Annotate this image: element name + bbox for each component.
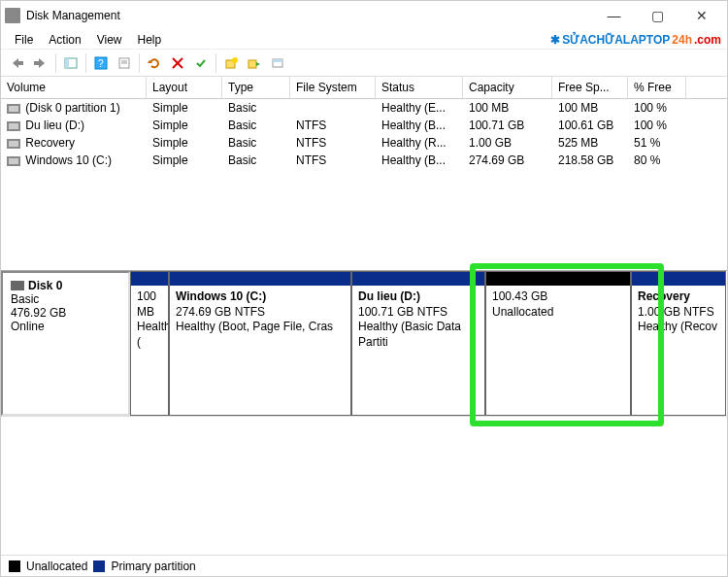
cell-volume: Du lieu (D:) — [1, 118, 147, 133]
cell-status: Healthy (R... — [376, 135, 463, 151]
titlebar: Disk Management — ▢ ✕ — [1, 1, 727, 30]
svg-text:?: ? — [98, 58, 104, 69]
cell-type: Basic — [222, 100, 290, 116]
toolbar: ? — [1, 50, 727, 77]
table-row[interactable]: (Disk 0 partition 1)SimpleBasicHealthy (… — [1, 99, 727, 117]
help-button[interactable]: ? — [90, 52, 112, 74]
table-row[interactable]: RecoverySimpleBasicNTFSHealthy (R...1.00… — [1, 134, 727, 152]
partition-header-blue — [352, 272, 484, 286]
minimize-button[interactable]: — — [592, 2, 636, 29]
partition-block[interactable]: 100.43 GBUnallocated — [485, 271, 631, 416]
cell-capacity: 100.71 GB — [463, 118, 552, 133]
col-layout[interactable]: Layout — [147, 77, 222, 98]
menu-action[interactable]: Action — [41, 33, 88, 47]
console-tree-button[interactable] — [60, 52, 82, 74]
cell-layout: Simple — [147, 100, 222, 116]
disk-info-panel[interactable]: Disk 0 Basic 476.92 GB Online — [1, 271, 130, 416]
col-freespace[interactable]: Free Sp... — [552, 77, 628, 98]
partition-header-blue — [131, 272, 168, 286]
window-title: Disk Management — [26, 9, 592, 22]
cell-volume: Windows 10 (C:) — [1, 153, 147, 168]
svg-marker-2 — [39, 58, 45, 68]
disk-graph: Disk 0 Basic 476.92 GB Online 100 MBHeal… — [1, 271, 727, 417]
volume-icon — [7, 156, 20, 166]
maximize-button[interactable]: ▢ — [636, 2, 679, 29]
volume-table: Volume Layout Type File System Status Ca… — [1, 77, 727, 271]
menu-view[interactable]: View — [89, 33, 130, 47]
col-tail — [686, 77, 727, 98]
legend-unallocated-label: Unallocated — [26, 560, 87, 573]
app-icon — [5, 8, 20, 23]
partition-block[interactable]: Du lieu (D:)100.71 GB NTFSHealthy (Basic… — [351, 271, 485, 416]
cell-layout: Simple — [147, 153, 222, 168]
properties-button[interactable] — [114, 52, 135, 74]
partition-block[interactable]: Recovery1.00 GB NTFSHealthy (Recov — [631, 271, 726, 416]
partition-header-blue — [170, 272, 350, 286]
cell-fs: NTFS — [290, 135, 376, 151]
partition-block[interactable]: 100 MBHealthy ( — [130, 271, 169, 416]
table-row[interactable]: Windows 10 (C:)SimpleBasicNTFSHealthy (B… — [1, 152, 727, 169]
svg-marker-0 — [13, 58, 18, 68]
partition-title: Recovery — [638, 289, 719, 305]
col-volume[interactable]: Volume — [1, 77, 147, 98]
cell-type: Basic — [222, 118, 290, 133]
cell-volume: Recovery — [1, 135, 147, 151]
settings-button[interactable] — [267, 52, 288, 74]
cell-volume: (Disk 0 partition 1) — [1, 100, 147, 116]
watermark-text-3: .com — [694, 33, 721, 47]
svg-point-15 — [232, 57, 238, 63]
checkmark-button[interactable] — [190, 52, 212, 74]
volume-icon — [7, 104, 20, 114]
disk-type: Basic — [11, 292, 120, 306]
cell-pct: 51 % — [628, 135, 686, 151]
refresh-button[interactable] — [144, 52, 165, 74]
partition-detail: Healthy (Basic Data Partiti — [358, 320, 479, 350]
cell-pct: 100 % — [628, 118, 686, 133]
col-status[interactable]: Status — [376, 77, 463, 98]
forward-button[interactable] — [30, 52, 51, 74]
disk-icon — [11, 281, 24, 290]
disk-name: Disk 0 — [28, 279, 62, 292]
extend-button[interactable] — [244, 52, 265, 74]
partition-size: 100.71 GB NTFS — [358, 305, 479, 321]
back-button[interactable] — [7, 52, 28, 74]
partition-strip: 100 MBHealthy (Windows 10 (C:)274.69 GB … — [130, 271, 727, 416]
cell-capacity: 100 MB — [463, 100, 552, 116]
col-filesystem[interactable]: File System — [290, 77, 376, 98]
gear-icon: ✱ — [550, 33, 560, 47]
svg-rect-5 — [65, 58, 69, 68]
close-button[interactable]: ✕ — [679, 2, 723, 29]
col-pctfree[interactable]: % Free — [628, 77, 686, 98]
col-type[interactable]: Type — [222, 77, 290, 98]
cell-pct: 80 % — [628, 153, 686, 168]
menubar: File Action View Help ✱ SỬACHỮALAPTOP24h… — [1, 30, 727, 50]
partition-title: Du lieu (D:) — [358, 289, 479, 305]
table-row[interactable]: Du lieu (D:)SimpleBasicNTFSHealthy (B...… — [1, 117, 727, 134]
col-capacity[interactable]: Capacity — [463, 77, 552, 98]
partition-size: 100 MB — [137, 289, 162, 320]
new-volume-button[interactable] — [220, 52, 242, 74]
partition-detail: Healthy ( — [137, 320, 162, 350]
cell-pct: 100 % — [628, 100, 686, 116]
partition-header-blue — [632, 272, 725, 286]
legend-unallocated-swatch — [9, 560, 20, 572]
cell-fs: NTFS — [290, 118, 376, 133]
partition-size: 1.00 GB NTFS — [638, 305, 719, 321]
cell-free: 525 MB — [552, 135, 628, 151]
cell-type: Basic — [222, 153, 290, 168]
watermark-text-2: 24h — [672, 33, 692, 47]
legend-primary-label: Primary partition — [111, 560, 195, 573]
partition-size: 274.69 GB NTFS — [176, 305, 345, 321]
table-body: (Disk 0 partition 1)SimpleBasicHealthy (… — [1, 99, 727, 169]
partition-detail: Healthy (Recov — [638, 320, 719, 335]
svg-rect-1 — [18, 61, 23, 65]
delete-button[interactable] — [167, 52, 188, 74]
cell-layout: Simple — [147, 135, 222, 151]
menu-file[interactable]: File — [7, 33, 41, 47]
cell-free: 100 MB — [552, 100, 628, 116]
partition-detail: Unallocated — [492, 305, 624, 321]
partition-title: Windows 10 (C:) — [176, 289, 345, 305]
menu-help[interactable]: Help — [130, 33, 170, 47]
partition-block[interactable]: Windows 10 (C:)274.69 GB NTFSHealthy (Bo… — [169, 271, 351, 416]
legend-primary-swatch — [93, 560, 105, 572]
